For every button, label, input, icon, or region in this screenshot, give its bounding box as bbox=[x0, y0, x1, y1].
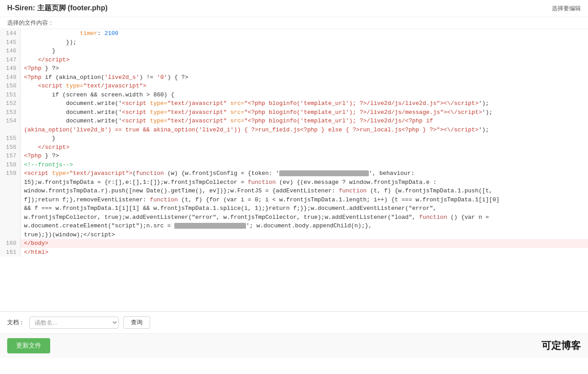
table-row: 158 <!--frontjs--> bbox=[0, 161, 588, 170]
sub-header-label: 选择的文件内容： bbox=[7, 19, 54, 26]
line-number: 161 bbox=[0, 248, 20, 257]
line-number: 156 bbox=[0, 143, 20, 152]
line-number: 145 bbox=[0, 38, 20, 47]
footer-controls: 文档： 函数名... 查询 bbox=[0, 312, 588, 334]
line-code[interactable]: <?php if (akina_option('live2d_s') != '0… bbox=[20, 73, 588, 82]
line-code[interactable]: document.write('<script type="text/javas… bbox=[20, 117, 588, 134]
table-row: 154 document.write('<script type="text/j… bbox=[0, 117, 588, 134]
table-row: 153 document.write('<script type="text/j… bbox=[0, 108, 588, 117]
table-row: 152 document.write('<script type="text/j… bbox=[0, 99, 588, 108]
page-title: H-Siren: 主题页脚 (footer.php) bbox=[7, 4, 108, 13]
table-row: 146 } bbox=[0, 47, 588, 56]
line-number: 149 bbox=[0, 73, 20, 82]
line-number: 153 bbox=[0, 108, 20, 117]
query-button[interactable]: 查询 bbox=[123, 316, 150, 329]
table-row: 155 } bbox=[0, 134, 588, 143]
brand-label: 可定博客 bbox=[541, 339, 581, 352]
line-number: 150 bbox=[0, 82, 20, 91]
line-number: 152 bbox=[0, 99, 20, 108]
line-number: 151 bbox=[0, 91, 20, 100]
line-number: 147 bbox=[0, 56, 20, 65]
line-number: 160 bbox=[0, 239, 20, 248]
line-code[interactable]: </html> bbox=[20, 248, 588, 257]
line-code[interactable]: if (screen && screen.width > 860) { bbox=[20, 91, 588, 100]
line-number: 159 bbox=[0, 169, 20, 239]
line-number: 155 bbox=[0, 134, 20, 143]
sub-header: 选择的文件内容： bbox=[0, 17, 588, 29]
table-row: 144 timer: 2100 bbox=[0, 29, 588, 38]
line-code[interactable]: } bbox=[20, 134, 588, 143]
function-select[interactable]: 函数名... bbox=[29, 317, 119, 329]
table-row: 148 <?php } ?> bbox=[0, 64, 588, 73]
line-code[interactable]: timer: 2100 bbox=[20, 29, 588, 38]
doc-label: 文档： bbox=[7, 318, 25, 326]
line-number: 146 bbox=[0, 47, 20, 56]
table-row: 150 <script type="text/javascript"> bbox=[0, 82, 588, 91]
code-editor[interactable]: 144 timer: 2100 145 }); 146 } 147 </sc bbox=[0, 29, 588, 312]
line-code[interactable]: <?php } ?> bbox=[20, 152, 588, 161]
table-row: 161 </html> bbox=[0, 248, 588, 257]
line-number: 148 bbox=[0, 64, 20, 73]
table-row: 156 </script> bbox=[0, 143, 588, 152]
table-row: 157 <?php } ?> bbox=[0, 152, 588, 161]
line-number: 157 bbox=[0, 152, 20, 161]
line-code[interactable]: } bbox=[20, 47, 588, 56]
table-row: 151 if (screen && screen.width > 860) { bbox=[0, 91, 588, 100]
line-code[interactable]: <script type="text/javascript"> bbox=[20, 82, 588, 91]
bottom-bar: 更新文件 可定博客 bbox=[0, 334, 588, 358]
table-row: 147 </script> bbox=[0, 56, 588, 65]
line-number: 154 bbox=[0, 117, 20, 134]
line-code[interactable]: <!--frontjs--> bbox=[20, 161, 588, 170]
line-code[interactable]: </script> bbox=[20, 56, 588, 65]
table-row: 145 }); bbox=[0, 38, 588, 47]
table-row: 159 <script type="text/javascript">(func… bbox=[0, 169, 588, 239]
line-code[interactable]: }); bbox=[20, 38, 588, 47]
line-number: 144 bbox=[0, 29, 20, 38]
line-code[interactable]: document.write('<script type="text/javas… bbox=[20, 99, 588, 108]
line-code[interactable]: </script> bbox=[20, 143, 588, 152]
header: H-Siren: 主题页脚 (footer.php) 选择要编辑 bbox=[0, 0, 588, 17]
line-code[interactable]: document.write('<script type="text/javas… bbox=[20, 108, 588, 117]
line-code[interactable]: <script type="text/javascript">(function… bbox=[20, 169, 588, 239]
line-number: 158 bbox=[0, 161, 20, 170]
line-code[interactable]: </body> bbox=[20, 239, 588, 248]
line-code[interactable]: <?php } ?> bbox=[20, 64, 588, 73]
code-table: 144 timer: 2100 145 }); 146 } 147 </sc bbox=[0, 29, 588, 257]
header-action[interactable]: 选择要编辑 bbox=[552, 4, 581, 13]
table-row: 149 <?php if (akina_option('live2d_s') !… bbox=[0, 73, 588, 82]
update-file-button[interactable]: 更新文件 bbox=[7, 338, 50, 353]
table-row: 160 </body> bbox=[0, 239, 588, 248]
